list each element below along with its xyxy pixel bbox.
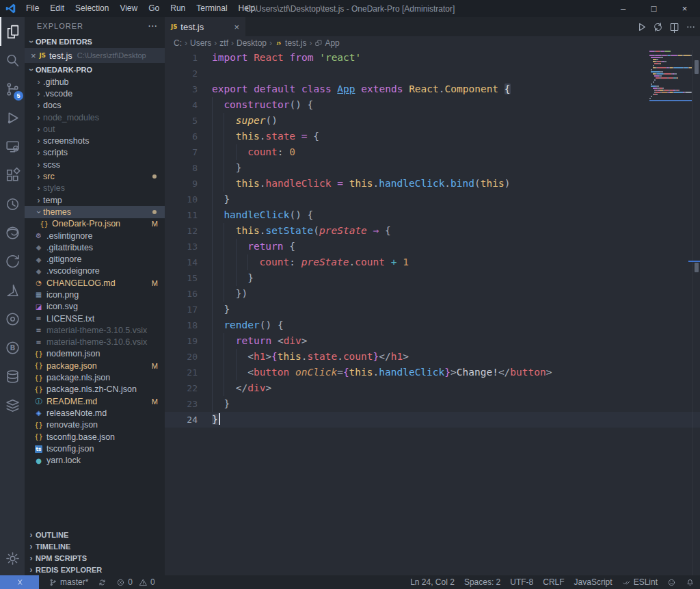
root-folder-section[interactable]: › ONEDARK-PRO [25,63,165,76]
file-icon-png[interactable]: ▦icon.png [25,289,165,300]
line-number[interactable]: 6 [165,129,212,144]
line-number[interactable]: 14 [165,254,212,270]
open-editors-section[interactable]: › OPEN EDITORS [25,35,165,48]
file-tsconfig-base-json[interactable]: {}tsconfig.base.json [25,431,165,443]
more-actions-icon[interactable]: ··· [148,22,158,30]
menu-edit[interactable]: Edit [44,3,70,13]
settings-gear-icon[interactable] [0,544,25,573]
line-number[interactable]: 12 [165,223,212,239]
problems[interactable]: 00 [116,577,154,587]
breadcrumb-item-app[interactable]: App [314,38,339,48]
line-number[interactable]: 16 [165,286,212,302]
file-yarn-lock[interactable]: ●yarn.lock [25,455,165,467]
line-number[interactable]: 22 [165,380,212,396]
maximize-button[interactable]: □ [638,0,669,17]
section-outline[interactable]: ›OUTLINE [25,529,165,540]
eslint-status[interactable]: ESLint [622,577,658,587]
breadcrumb-item-desktop[interactable]: Desktop [237,38,267,48]
line-number[interactable]: 4 [165,97,212,113]
eol-sequence[interactable]: CRLF [543,577,564,587]
folder-out[interactable]: ›out [25,123,165,135]
file-renovate-json[interactable]: {}renovate.json [25,419,165,431]
breadcrumb-item-test-js[interactable]: JStest.js [275,38,306,48]
folder-src[interactable]: ›src [25,170,165,182]
line-number[interactable]: 9 [165,176,212,192]
close-button[interactable]: × [669,0,700,17]
file-material-theme-3-10-6-vsix[interactable]: ≡material-theme-3.10.6.vsix [25,337,165,348]
file-material-theme-3-10-5-vsix[interactable]: ≡material-theme-3.10.5.vsix [25,324,165,336]
file-onedark-pro-json[interactable]: {}OneDark-Pro.jsonM [25,218,165,230]
menu-help[interactable]: Help [233,3,261,13]
run-icon[interactable] [636,21,647,33]
line-number[interactable]: 2 [165,66,212,81]
azure-icon[interactable] [0,276,25,304]
files-icon[interactable] [0,17,25,46]
edge-browser-icon[interactable] [0,218,25,247]
folder-scripts[interactable]: ›scripts [25,147,165,159]
menu-run[interactable]: Run [165,3,191,13]
folder--vscode[interactable]: ›.vscode [25,88,165,99]
file-package-nls-zh-cn-json[interactable]: {}package.nls.zh-CN.json [25,384,165,395]
sync-changes[interactable] [98,578,107,587]
run-debug-icon[interactable] [0,103,25,132]
folder-themes[interactable]: ›themes [25,206,165,218]
database-icon[interactable] [0,362,25,391]
tab-test-js[interactable]: JS test.js × [165,17,245,36]
line-number[interactable]: 18 [165,317,212,333]
line-number[interactable]: 7 [165,144,212,160]
file--gitignore[interactable]: ◆.gitignore [25,253,165,265]
line-number[interactable]: 11 [165,207,212,223]
notifications[interactable] [686,578,695,587]
redis-layers-icon[interactable] [0,391,25,419]
file--eslintignore[interactable]: ⚙.eslintignore [25,230,165,241]
folder-styles[interactable]: ›styles [25,183,165,194]
indentation[interactable]: Spaces: 2 [464,577,500,587]
folder-node-modules[interactable]: ›node_modules [25,112,165,123]
line-number[interactable]: 3 [165,81,212,97]
line-number[interactable]: 21 [165,365,212,380]
test-clock-icon[interactable] [0,189,25,218]
remote-indicator[interactable] [0,575,39,589]
code-runner-icon[interactable] [0,304,25,333]
section-timeline[interactable]: ›TIMELINE [25,540,165,552]
file-package-nls-json[interactable]: {}package.nls.json [25,371,165,383]
split-editor-icon[interactable] [669,21,680,33]
menu-terminal[interactable]: Terminal [191,3,232,13]
menu-go[interactable]: Go [143,3,165,13]
cursor-position[interactable]: Ln 24, Col 2 [410,577,455,587]
line-number[interactable]: 17 [165,302,212,317]
remote-explorer-icon[interactable] [0,132,25,161]
line-number[interactable]: 23 [165,396,212,412]
section-npm-scripts[interactable]: ›NPM SCRIPTS [25,552,165,564]
menu-selection[interactable]: Selection [70,3,114,13]
redo-arrow-icon[interactable] [0,247,25,276]
line-number[interactable]: 10 [165,192,212,207]
breadcrumb-item-users[interactable]: Users [190,38,211,48]
file--vscodeignore[interactable]: ◆.vscodeignore [25,265,165,277]
line-number[interactable]: 20 [165,349,212,365]
extensions-icon[interactable] [0,161,25,189]
search-icon[interactable] [0,46,25,75]
file-changelog-md[interactable]: ◔CHANGELOG.mdM [25,277,165,289]
folder-scss[interactable]: ›scss [25,159,165,170]
file-tsconfig-json[interactable]: tstsconfig.json [25,443,165,454]
language-mode[interactable]: JavaScript [574,577,612,587]
folder-temp[interactable]: ›temp [25,194,165,206]
menu-view[interactable]: View [114,3,143,13]
git-branch[interactable]: master* [49,577,88,587]
file-nodemon-json[interactable]: {}nodemon.json [25,348,165,360]
folder-docs[interactable]: ›docs [25,100,165,112]
run-or-debug-icon[interactable] [652,21,664,33]
file-license-txt[interactable]: ≡LICENSE.txt [25,313,165,324]
minimap[interactable] [649,51,692,101]
menu-file[interactable]: File [21,3,44,13]
file-icon-svg[interactable]: ◪icon.svg [25,301,165,313]
line-number[interactable]: 5 [165,113,212,129]
line-number[interactable]: 1 [165,50,212,66]
line-number[interactable]: 19 [165,333,212,349]
feedback[interactable] [667,578,676,587]
line-number[interactable]: 15 [165,270,212,286]
source-control-icon[interactable]: 5 [0,75,25,103]
breadcrumb-item-ztf[interactable]: ztf [219,38,228,48]
line-number[interactable]: 24 [165,412,212,428]
